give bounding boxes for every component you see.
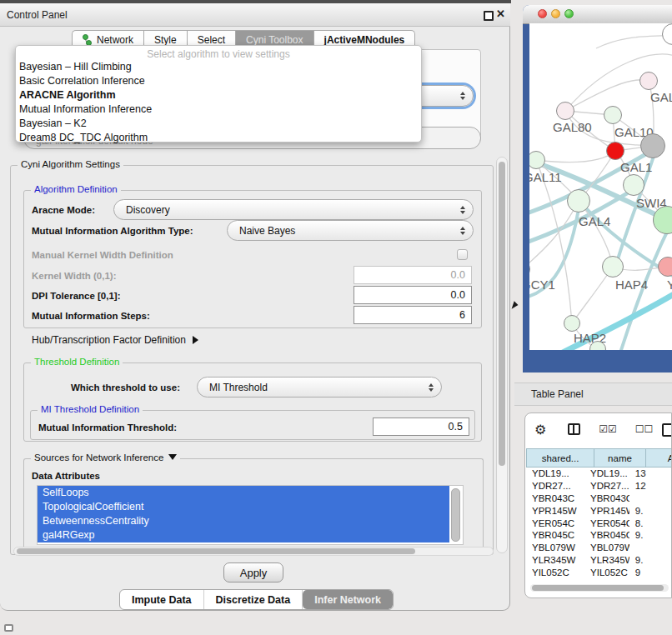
kernel-width-value: 0.0 xyxy=(451,269,465,281)
network-canvas[interactable]: GALGAL80GAL10GAL1SWI4GAL11GAL4GCY1HAP4YH… xyxy=(529,23,672,350)
attributes-scrollbar[interactable] xyxy=(451,488,460,542)
mi-steps-value: 6 xyxy=(459,309,465,321)
screen: Control Panel ✕ Network Style Select Cyn… xyxy=(0,0,672,635)
which-threshold-combobox[interactable]: MI Threshold xyxy=(197,377,442,398)
select-all-icon[interactable]: ☑☑ xyxy=(599,423,617,435)
cyni-bottom-tabs: Impute Data Discretize Data Infer Networ… xyxy=(119,589,394,610)
tab-impute-data-label: Impute Data xyxy=(132,594,192,606)
control-panel-titlebar[interactable] xyxy=(0,3,510,27)
tab-infer-network-label: Infer Network xyxy=(314,594,381,606)
network-node-swi4[interactable] xyxy=(623,174,644,196)
minimize-traffic-light[interactable] xyxy=(551,9,560,18)
columns-icon[interactable] xyxy=(568,423,580,435)
scrollbar-thumb[interactable] xyxy=(499,162,505,466)
algorithm-option[interactable]: ARACNE Algorithm xyxy=(16,88,421,102)
mi-threshold-title: MI Threshold Definition xyxy=(38,404,143,414)
tab-impute-data[interactable]: Impute Data xyxy=(120,590,204,609)
table-cell: YDL19... xyxy=(584,468,629,478)
table-row[interactable]: YIL052CYIL052C9 xyxy=(526,566,672,578)
attribute-item[interactable]: gal4RGexp xyxy=(38,528,449,542)
data-attributes-list[interactable]: SelfLoopsTopologicalCoefficientBetweenne… xyxy=(37,485,464,545)
table-cell: YLR345W xyxy=(584,555,629,565)
tab-cyni-toolbox-label: Cyni Toolbox xyxy=(246,34,303,46)
network-node-gal10[interactable] xyxy=(604,106,622,124)
close-traffic-light[interactable] xyxy=(538,9,547,18)
table-toolbar: ⚙ ☑☑ ☐☐ xyxy=(525,418,672,441)
tab-infer-network[interactable]: Infer Network xyxy=(303,590,393,609)
algorithm-option[interactable]: Basic Correlation Inference xyxy=(16,74,421,88)
attribute-item[interactable]: SelfLoops xyxy=(38,486,449,500)
network-icon xyxy=(83,34,92,46)
algorithm-prompt: Select algorithm to view settings xyxy=(16,46,421,60)
hub-definition-toggle[interactable]: Hub/Transcription Factor Definition xyxy=(32,334,198,346)
algorithm-list: Bayesian – Hill ClimbingBasic Correlatio… xyxy=(16,60,421,145)
mi-threshold-label: Mutual Information Threshold: xyxy=(38,422,177,432)
algorithm-option[interactable]: Dream8 DC_TDC Algorithm xyxy=(16,131,421,145)
table-cell: 9 xyxy=(629,568,672,578)
scrollbar-thumb[interactable] xyxy=(532,585,664,591)
float-window-icon[interactable] xyxy=(484,11,494,21)
table-column-header[interactable]: name xyxy=(594,448,645,468)
tab-network-label: Network xyxy=(97,34,133,46)
table-cell: YIL052C xyxy=(584,568,629,578)
table-cell: YBR043C xyxy=(584,493,629,503)
settings-vertical-scrollbar[interactable] xyxy=(496,157,508,553)
scrollbar-thumb[interactable] xyxy=(17,548,415,554)
tab-discretize-data[interactable]: Discretize Data xyxy=(204,590,303,609)
sources-title[interactable]: Sources for Network Inference xyxy=(31,452,180,462)
node-label: GAL4 xyxy=(579,214,610,228)
deselect-all-icon[interactable]: ☐☐ xyxy=(635,423,654,435)
network-node-hap4[interactable] xyxy=(602,256,624,278)
network-node-gal1[interactable] xyxy=(606,142,624,160)
table-cell: YDR27... xyxy=(584,481,629,491)
table-cell: YBR043C xyxy=(526,493,584,503)
table-row[interactable]: YBR045CYBR045C9. xyxy=(526,529,672,542)
table-cell: 13 xyxy=(629,468,672,478)
table-cell: YBR045C xyxy=(584,530,629,540)
table-horizontal-scrollbar[interactable] xyxy=(530,584,669,592)
algorithm-option[interactable]: Bayesian – K2 xyxy=(16,117,421,131)
table-row[interactable]: YDL19...YDL19...13 xyxy=(526,468,672,480)
panel-title: Control Panel xyxy=(7,9,68,21)
combo-arrows-icon xyxy=(460,206,465,214)
table-row[interactable]: YPR145WYPR145W9. xyxy=(526,504,672,517)
dpi-tolerance-field[interactable]: 0.0 xyxy=(354,286,472,304)
node-label: HAP4 xyxy=(615,278,648,292)
table-panel-title: Table Panel xyxy=(531,388,584,400)
mi-type-label: Mutual Information Algorithm Type: xyxy=(32,226,193,236)
collapsed-panel-icon[interactable] xyxy=(4,624,13,632)
mi-type-combobox[interactable]: Naive Bayes xyxy=(227,220,474,241)
attribute-item[interactable]: TopologicalCoefficient xyxy=(38,500,449,514)
zoom-traffic-light[interactable] xyxy=(564,9,574,18)
settings-horizontal-scrollbar[interactable] xyxy=(13,547,494,556)
network-node-hap2[interactable] xyxy=(564,315,580,332)
mi-threshold-field[interactable]: 0.5 xyxy=(373,418,469,436)
algorithm-option[interactable]: Mutual Information Inference xyxy=(16,102,421,117)
kernel-width-label: Kernel Width (0,1): xyxy=(32,271,116,281)
table-row[interactable]: YER054CYER054C8. xyxy=(526,517,672,529)
which-threshold-label: Which threshold to use: xyxy=(71,382,180,392)
new-table-icon[interactable] xyxy=(662,423,672,437)
kernel-width-field[interactable]: 0.0 xyxy=(354,266,472,284)
network-node-gal[interactable] xyxy=(639,72,658,90)
node-label: GAL11 xyxy=(529,170,562,184)
gear-icon[interactable]: ⚙ xyxy=(534,422,546,438)
table-row[interactable]: YBR043CYBR043C xyxy=(526,492,672,505)
aracne-mode-combobox[interactable]: Discovery xyxy=(113,199,474,220)
network-node-gal80[interactable] xyxy=(556,102,574,120)
manual-kernel-checkbox[interactable] xyxy=(457,249,468,260)
network-node-y[interactable] xyxy=(658,257,672,277)
network-node-gal4[interactable] xyxy=(567,189,590,212)
table-column-header[interactable]: shared... xyxy=(526,448,594,468)
algorithm-option[interactable]: Bayesian – Hill Climbing xyxy=(16,60,421,74)
apply-button[interactable]: Apply xyxy=(223,562,283,582)
mi-steps-field[interactable]: 6 xyxy=(354,306,472,324)
network-node[interactable] xyxy=(640,133,665,158)
table-row[interactable]: YDR27...YDR27...12 xyxy=(526,480,672,492)
close-icon[interactable]: ✕ xyxy=(496,8,505,20)
table-row[interactable]: YLR345WYLR345W9. xyxy=(526,554,672,567)
table-column-header[interactable]: A xyxy=(645,448,672,468)
aracne-mode-value: Discovery xyxy=(126,204,170,216)
attribute-item[interactable]: BetweennessCentrality xyxy=(38,514,449,528)
table-row[interactable]: YBL079WYBL079W xyxy=(526,542,672,554)
